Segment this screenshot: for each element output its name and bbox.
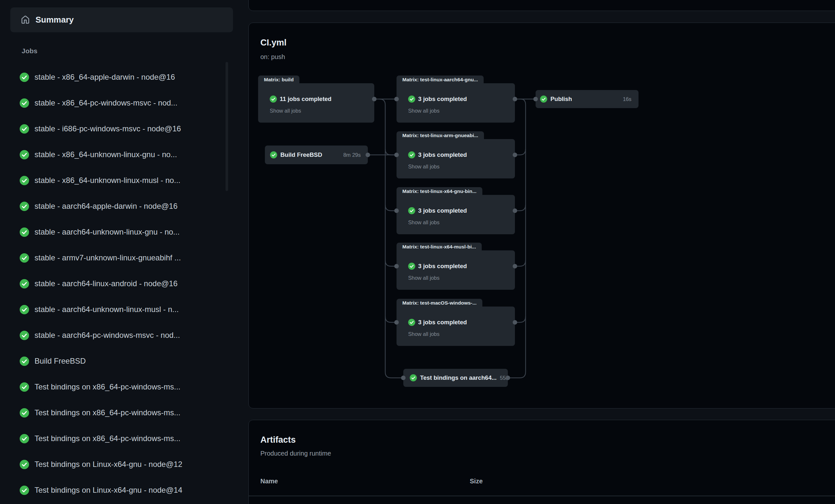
node-duration: 55s — [500, 375, 508, 381]
sidebar-job-item[interactable]: Test bindings on Linux-x64-gnu - node@14 — [0, 477, 239, 503]
sidebar-item-summary[interactable]: Summary — [10, 7, 233, 32]
graph-node-build-freebsd[interactable]: Build FreeBSD 8m 29s — [265, 145, 368, 164]
node-status-text: 3 jobs completed — [418, 207, 467, 214]
node-duration: 8m 29s — [343, 152, 361, 158]
matrix-tab-label: Matrix: test-linux-x64-musl-bi... — [396, 243, 482, 250]
check-circle-icon — [20, 434, 29, 443]
sidebar-job-item[interactable]: stable - x86_64-apple-darwin - node@16 — [0, 64, 239, 90]
check-circle-icon — [410, 374, 417, 381]
node-label: Test bindings on aarch64... — [420, 374, 496, 381]
sidebar-job-item[interactable]: stable - aarch64-pc-windows-msvc - nod..… — [0, 322, 239, 348]
job-label: stable - armv7-unknown-linux-gnueabihf .… — [35, 253, 181, 262]
graph-node-test-bindings-aarch64[interactable]: Test bindings on aarch64... 55s — [403, 369, 508, 387]
check-circle-icon — [408, 96, 415, 103]
node-duration: 16s — [623, 96, 631, 102]
sidebar-job-item[interactable]: stable - x86_64-unknown-linux-gnu - no..… — [0, 142, 239, 167]
job-label: stable - aarch64-unknown-linux-gnu - no.… — [35, 227, 180, 237]
job-label: Test bindings on Linux-x64-gnu - node@12 — [35, 460, 182, 469]
job-label: Test bindings on Linux-x64-gnu - node@14 — [35, 486, 182, 495]
jobs-list: stable - x86_64-apple-darwin - node@16 s… — [0, 64, 239, 503]
check-circle-icon — [408, 207, 415, 214]
previous-section-card-edge — [248, 0, 835, 11]
matrix-tab-label: Matrix: test-linux-arm-gnueabi... — [396, 131, 484, 139]
job-label: stable - aarch64-unknown-linux-musl - n.… — [35, 305, 179, 314]
check-circle-icon — [20, 460, 29, 469]
check-circle-icon — [408, 263, 415, 270]
check-circle-icon — [20, 227, 29, 237]
job-label: stable - aarch64-pc-windows-msvc - nod..… — [35, 331, 180, 340]
node-status-text: 3 jobs completed — [418, 319, 467, 326]
artifacts-card: Artifacts Produced during runtime Name S… — [248, 420, 835, 504]
show-all-jobs-link[interactable]: Show all jobs — [270, 108, 301, 114]
matrix-tab-label: Matrix: test-linux-aarch64-gnu... — [396, 76, 484, 83]
summary-label: Summary — [36, 15, 74, 25]
check-circle-icon — [20, 305, 29, 314]
show-all-jobs-link[interactable]: Show all jobs — [408, 108, 440, 114]
graph-node-matrix-test-linux-aarch64-gnu[interactable]: Matrix: test-linux-aarch64-gnu... 3 jobs… — [396, 76, 515, 123]
matrix-tab-label: Matrix: build — [258, 76, 300, 83]
check-circle-icon — [20, 202, 29, 211]
check-circle-icon — [20, 253, 29, 263]
job-label: stable - x86_64-apple-darwin - node@16 — [35, 73, 175, 82]
sidebar-job-item[interactable]: Test bindings on x86_64-pc-windows-ms... — [0, 400, 239, 426]
node-status-text: 3 jobs completed — [418, 263, 467, 270]
check-circle-icon — [20, 98, 29, 108]
job-label: stable - x86_64-unknown-linux-musl - no.… — [35, 176, 180, 185]
show-all-jobs-link[interactable]: Show all jobs — [408, 275, 440, 281]
check-circle-icon — [270, 96, 277, 103]
sidebar-job-item[interactable]: stable - i686-pc-windows-msvc - node@16 — [0, 116, 239, 142]
sidebar-job-item[interactable]: stable - aarch64-unknown-linux-gnu - no.… — [0, 219, 239, 245]
check-circle-icon — [20, 176, 29, 185]
job-label: Test bindings on x86_64-pc-windows-ms... — [35, 382, 180, 391]
graph-node-matrix-test-linux-x64-gnu[interactable]: Matrix: test-linux-x64-gnu-bin... 3 jobs… — [396, 187, 515, 234]
sidebar-job-item[interactable]: stable - x86_64-unknown-linux-musl - no.… — [0, 167, 239, 193]
job-label: stable - x86_64-unknown-linux-gnu - no..… — [35, 150, 177, 159]
jobs-section-header: Jobs — [22, 47, 37, 55]
check-circle-icon — [20, 357, 29, 366]
artifacts-column-size: Size — [470, 478, 483, 485]
graph-node-matrix-test-linux-arm-gnueabi[interactable]: Matrix: test-linux-arm-gnueabi... 3 jobs… — [396, 131, 515, 178]
job-label: Test bindings on x86_64-pc-windows-ms... — [35, 434, 180, 443]
sidebar-job-item[interactable]: Build FreeBSD — [0, 348, 239, 374]
sidebar-job-item[interactable]: stable - armv7-unknown-linux-gnueabihf .… — [0, 245, 239, 271]
node-status-text: 3 jobs completed — [418, 151, 467, 158]
check-circle-icon — [20, 150, 29, 159]
check-circle-icon — [20, 408, 29, 418]
workflow-graph: Matrix: build 11 jobs completed Show all… — [249, 23, 835, 409]
node-label: Publish — [550, 96, 572, 103]
node-label: Build FreeBSD — [280, 151, 322, 158]
artifacts-column-name: Name — [260, 478, 278, 485]
sidebar-job-item[interactable]: Test bindings on x86_64-pc-windows-ms... — [0, 426, 239, 451]
graph-node-matrix-test-linux-x64-musl[interactable]: Matrix: test-linux-x64-musl-bi... 3 jobs… — [396, 243, 515, 290]
node-status-text: 11 jobs completed — [280, 96, 331, 103]
check-circle-icon — [20, 331, 29, 340]
show-all-jobs-link[interactable]: Show all jobs — [408, 219, 440, 225]
graph-node-matrix-build[interactable]: Matrix: build 11 jobs completed Show all… — [258, 76, 374, 123]
sidebar-job-item[interactable]: Test bindings on x86_64-pc-windows-ms... — [0, 374, 239, 400]
show-all-jobs-link[interactable]: Show all jobs — [408, 164, 440, 170]
check-circle-icon — [408, 319, 415, 326]
check-circle-icon — [20, 279, 29, 288]
matrix-tab-label: Matrix: test-linux-x64-gnu-bin... — [396, 187, 482, 195]
graph-node-matrix-test-macos-windows[interactable]: Matrix: test-macOS-windows-... 3 jobs co… — [396, 299, 515, 346]
sidebar: Summary Jobs stable - x86_64-apple-darwi… — [0, 0, 244, 504]
sidebar-job-item[interactable]: stable - x86_64-pc-windows-msvc - nod... — [0, 90, 239, 116]
check-circle-icon — [20, 486, 29, 495]
job-label: stable - aarch64-apple-darwin - node@16 — [35, 202, 178, 211]
check-circle-icon — [20, 124, 29, 134]
artifacts-table-divider — [249, 496, 835, 496]
check-circle-icon — [20, 382, 29, 392]
check-circle-icon — [408, 151, 415, 158]
graph-node-publish[interactable]: Publish 16s — [535, 90, 638, 108]
sidebar-scrollbar[interactable] — [226, 62, 228, 191]
sidebar-job-item[interactable]: stable - aarch64-unknown-linux-musl - n.… — [0, 297, 239, 322]
sidebar-job-item[interactable]: Test bindings on Linux-x64-gnu - node@12 — [0, 451, 239, 477]
job-label: Build FreeBSD — [35, 357, 86, 366]
matrix-tab-label: Matrix: test-macOS-windows-... — [396, 299, 482, 306]
node-status-text: 3 jobs completed — [418, 96, 467, 103]
sidebar-job-item[interactable]: stable - aarch64-linux-android - node@16 — [0, 271, 239, 297]
artifacts-title: Artifacts — [260, 435, 296, 445]
job-label: stable - aarch64-linux-android - node@16 — [35, 279, 178, 288]
sidebar-job-item[interactable]: stable - aarch64-apple-darwin - node@16 — [0, 193, 239, 219]
show-all-jobs-link[interactable]: Show all jobs — [408, 331, 440, 337]
